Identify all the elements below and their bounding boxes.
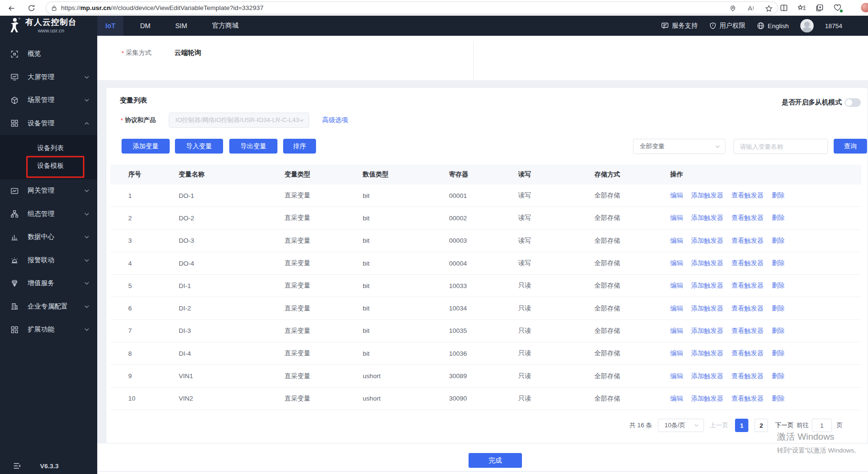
action-link[interactable]: 删除 [772, 259, 785, 268]
favorites-bar-icon[interactable] [797, 4, 806, 12]
query-button[interactable]: 查询 [834, 139, 867, 154]
location-pin-icon[interactable] [729, 5, 736, 12]
support-label: 服务支持 [672, 21, 698, 30]
add-variable-button[interactable]: 添加变量 [122, 139, 170, 154]
table-row: 5DI-1直采变量bit10033只读全部存储编辑添加触发器查看触发器删除 [110, 275, 861, 297]
sidebar-subitem-highlighted[interactable]: 设备模板 [0, 157, 97, 175]
cell-rw: 只读 [518, 327, 594, 335]
sidebar-item[interactable]: 数据中心 [0, 226, 97, 249]
support-link[interactable]: 服务支持 [661, 21, 698, 30]
import-variable-button[interactable]: 导入变量 [175, 139, 223, 154]
action-link[interactable]: 删除 [772, 281, 785, 290]
variable-filter-select[interactable]: 全部变量 [633, 139, 725, 154]
sidebar-item[interactable]: 扩展功能 [0, 318, 97, 341]
table-row: 3DO-3直采变量bit00003读写全部存储编辑添加触发器查看触发器删除 [110, 230, 861, 252]
action-link[interactable]: 查看触发器 [732, 327, 764, 335]
action-link[interactable]: 添加触发器 [691, 349, 724, 358]
action-link[interactable]: 添加触发器 [691, 214, 724, 222]
action-link[interactable]: 添加触发器 [691, 327, 724, 335]
sidebar-item[interactable]: 概览 [0, 42, 97, 66]
sidebar-collapse-button[interactable] [13, 463, 21, 469]
sort-button[interactable]: 排序 [283, 139, 316, 154]
action-link[interactable]: 编辑 [670, 372, 683, 381]
collections-icon[interactable] [816, 4, 824, 12]
action-link[interactable]: 删除 [772, 191, 785, 200]
done-button[interactable]: 完成 [469, 453, 522, 468]
action-link[interactable]: 编辑 [670, 237, 683, 245]
sidebar-item[interactable]: 场景管理 [0, 89, 97, 112]
split-screen-icon[interactable] [780, 4, 788, 12]
action-link[interactable]: 删除 [772, 214, 785, 222]
sidebar-item[interactable]: 大屏管理 [0, 66, 97, 89]
action-link[interactable]: 添加触发器 [691, 191, 724, 200]
action-link[interactable]: 查看触发器 [732, 304, 764, 313]
action-link[interactable]: 删除 [772, 327, 785, 335]
next-page-button[interactable]: 下一页 [775, 421, 794, 430]
browser-essentials-icon[interactable] [833, 4, 842, 12]
page-button-1[interactable]: 1 [735, 419, 748, 432]
action-link[interactable]: 删除 [772, 304, 785, 313]
action-link[interactable]: 编辑 [670, 214, 683, 222]
action-link[interactable]: 编辑 [670, 281, 683, 290]
action-link[interactable]: 查看触发器 [732, 214, 764, 222]
sidebar-item[interactable]: 报警联动 [0, 249, 97, 272]
action-link[interactable]: 编辑 [670, 259, 683, 268]
favorite-star-icon[interactable] [765, 5, 773, 12]
sidebar-item[interactable]: 增值服务 [0, 272, 97, 295]
required-asterisk: * [122, 50, 124, 57]
prev-page-button[interactable]: 上一页 [710, 421, 728, 430]
sidebar-item[interactable]: 网关管理 [0, 179, 97, 203]
brand-logo[interactable]: 有人云控制台 www.usr.cn [8, 17, 77, 33]
action-link[interactable]: 添加触发器 [691, 281, 724, 290]
page-button-2[interactable]: 2 [755, 419, 768, 432]
action-link[interactable]: 查看触发器 [732, 372, 764, 381]
action-link[interactable]: 添加触发器 [691, 394, 724, 403]
language-switcher[interactable]: English [757, 22, 789, 30]
sidebar-item[interactable]: 组态管理 [0, 203, 97, 226]
action-link[interactable]: 查看触发器 [732, 394, 764, 403]
alarm-icon [10, 256, 19, 264]
cell-data_type: bit [363, 282, 449, 289]
nav-tab-官方商城[interactable]: 官方商城 [204, 16, 247, 36]
variable-name-search-input[interactable] [734, 139, 828, 154]
action-link[interactable]: 添加触发器 [691, 237, 724, 245]
action-link[interactable]: 查看触发器 [732, 349, 764, 358]
action-link[interactable]: 添加触发器 [691, 304, 724, 313]
permissions-link[interactable]: 用户权限 [709, 21, 745, 30]
table-row: 7DI-3直采变量bit10035只读全部存储编辑添加触发器查看触发器删除 [110, 320, 861, 342]
action-link[interactable]: 删除 [772, 237, 785, 245]
sidebar-item[interactable]: 企业专属配置 [0, 295, 97, 319]
action-link[interactable]: 添加触发器 [691, 259, 724, 268]
action-link[interactable]: 添加触发器 [691, 372, 724, 381]
action-link[interactable]: 删除 [772, 394, 785, 403]
page-size-select[interactable]: 10条/页 [658, 419, 704, 432]
browser-back-button[interactable] [6, 2, 17, 14]
nav-tab-iot[interactable]: IoT [97, 16, 123, 36]
protocol-select[interactable]: IO控制器/网络IO控制器/USR-IO34-LR-C-L431 [169, 113, 309, 128]
cell-register: 10033 [449, 282, 518, 289]
action-link[interactable]: 删除 [772, 372, 785, 381]
browser-refresh-button[interactable] [26, 2, 37, 14]
nav-tab-dm[interactable]: DM [132, 16, 159, 36]
action-link[interactable]: 查看触发器 [732, 281, 764, 290]
browser-profile-avatar[interactable] [861, 3, 868, 12]
read-aloud-icon[interactable] [747, 5, 755, 12]
user-avatar[interactable] [800, 19, 814, 32]
multi-slave-toggle[interactable] [845, 98, 861, 107]
goto-page-input[interactable] [812, 419, 832, 432]
url-bar[interactable]: https://mp.usr.cn/#/cloud/device/ViewEdi… [46, 1, 778, 14]
action-link[interactable]: 编辑 [670, 394, 683, 403]
sidebar-subitem[interactable]: 设备列表 [0, 139, 97, 157]
export-variable-button[interactable]: 导出变量 [229, 139, 277, 154]
action-link[interactable]: 编辑 [670, 304, 683, 313]
action-link[interactable]: 查看触发器 [732, 259, 764, 268]
action-link[interactable]: 编辑 [670, 327, 683, 335]
action-link[interactable]: 查看触发器 [732, 191, 764, 200]
action-link[interactable]: 删除 [772, 349, 785, 358]
action-link[interactable]: 编辑 [670, 349, 683, 358]
action-link[interactable]: 查看触发器 [732, 237, 764, 245]
advanced-options-link[interactable]: 高级选项 [322, 116, 348, 124]
sidebar-item[interactable]: 设备管理 [0, 112, 97, 135]
action-link[interactable]: 编辑 [670, 191, 683, 200]
nav-tab-sim[interactable]: SIM [167, 16, 195, 36]
